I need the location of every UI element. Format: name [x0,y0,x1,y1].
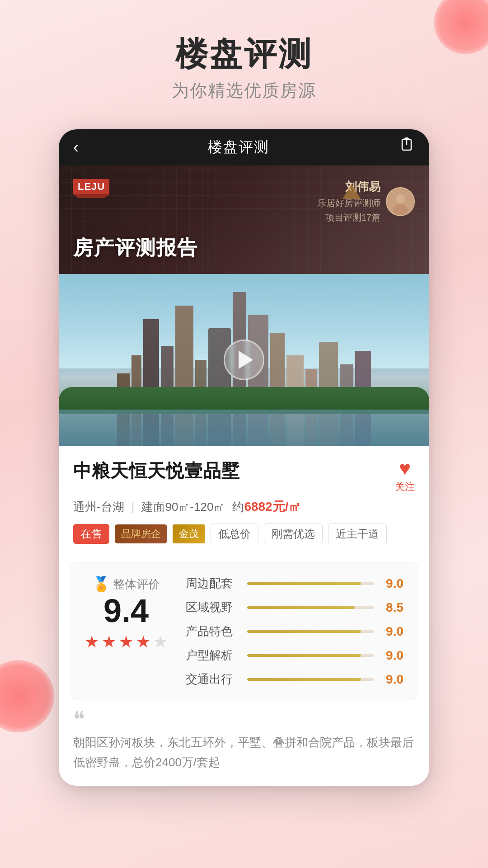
rating-item-product: 产品特色 9.0 [186,623,404,639]
quote-mark: ❝ [73,711,415,728]
ratings-list: 周边配套 9.0 区域视野 8.5 产品特色 [186,576,404,687]
rating-item-transport: 交通出行 9.0 [186,671,404,687]
property-area: 建面90㎡-120㎡ [141,499,225,515]
property-details: 通州-台湖 | 建面90㎡-120㎡ 约6882元/㎡ [73,498,415,515]
phone-mockup: ‹ 楼盘评测 LEJU 刘伟易 乐居好房评测师 项目评测17篇 [59,129,429,786]
svg-point-4 [393,204,408,215]
decorative-blob-bottom [0,660,54,732]
water-reflection [59,410,429,446]
video-section[interactable] [59,274,429,446]
property-name: 中粮天恒天悦壹品墅 [73,458,240,483]
heart-icon: ♥ [399,458,411,478]
property-price: 约6882元/㎡ [232,498,301,515]
back-button[interactable]: ‹ [73,139,79,156]
rating-section: 🏅 整体评价 9.4 ★ ★ ★ ★ ★ 周边配套 [70,562,418,700]
page-header: 楼盘评测 为你精选优质房源 [0,0,488,120]
app-header: ‹ 楼盘评测 [59,129,429,165]
reviewer-desc-line2: 项目评测17篇 [317,211,380,224]
page-subtitle: 为你精选优质房源 [0,79,488,102]
share-button[interactable] [399,137,415,157]
play-button[interactable] [224,340,264,380]
overall-label: 整体评价 [113,576,160,592]
favorite-label: 关注 [395,480,415,494]
description-text: 朝阳区孙河板块，东北五环外，平墅、叠拼和合院产品，板块最后低密野蛊，总价2400… [73,732,415,772]
rating-item-surroundings: 周边配套 9.0 [186,576,404,591]
report-banner: LEJU 刘伟易 乐居好房评测师 项目评测17篇 房产评测报告 [59,165,429,274]
rating-item-layout: 户型解析 9.0 [186,647,404,663]
app-header-title: 楼盘评测 [208,137,269,157]
laurel-left-icon: 🏅 [92,576,110,593]
star-5: ★ [153,632,168,651]
report-title: 房产评测报告 [73,235,415,261]
stars-row: ★ ★ ★ ★ ★ [84,632,168,651]
reviewer-info: 刘伟易 乐居好房评测师 项目评测17篇 [317,179,415,224]
leju-badge: LEJU [73,179,109,194]
overall-rating: 🏅 整体评价 9.4 ★ ★ ★ ★ ★ [84,576,168,651]
tag-jinmao: 金茂 [173,524,205,543]
play-triangle-icon [239,351,253,369]
reviewer-avatar [386,187,415,216]
property-location: 通州-台湖 [73,499,124,515]
tag-sale: 在售 [73,524,109,544]
favorite-button[interactable]: ♥ 关注 [395,458,415,494]
svg-point-3 [396,194,405,203]
star-3: ★ [119,632,133,651]
property-info: 中粮天恒天悦壹品墅 ♥ 关注 通州-台湖 | 建面90㎡-120㎡ 约6882元… [59,446,429,553]
description-section: ❝ 朝阳区孙河板块，东北五环外，平墅、叠拼和合院产品，板块最后低密野蛊，总价24… [59,711,429,786]
star-4: ★ [136,632,150,651]
star-1: ★ [84,632,99,651]
tag-rigid-demand: 刚需优选 [264,524,323,544]
tag-brand: 品牌房企 [115,524,167,543]
rating-item-view: 区域视野 8.5 [186,599,404,615]
page-title: 楼盘评测 [0,36,488,72]
star-2: ★ [102,632,116,651]
tag-low-price: 低总价 [211,524,258,544]
banner-triangle-decoration [343,184,361,199]
tag-main-road: 近主干道 [328,524,387,544]
property-tags: 在售 品牌房企 金茂 低总价 刚需优选 近主干道 [73,524,415,544]
overall-score: 9.4 [103,594,149,627]
